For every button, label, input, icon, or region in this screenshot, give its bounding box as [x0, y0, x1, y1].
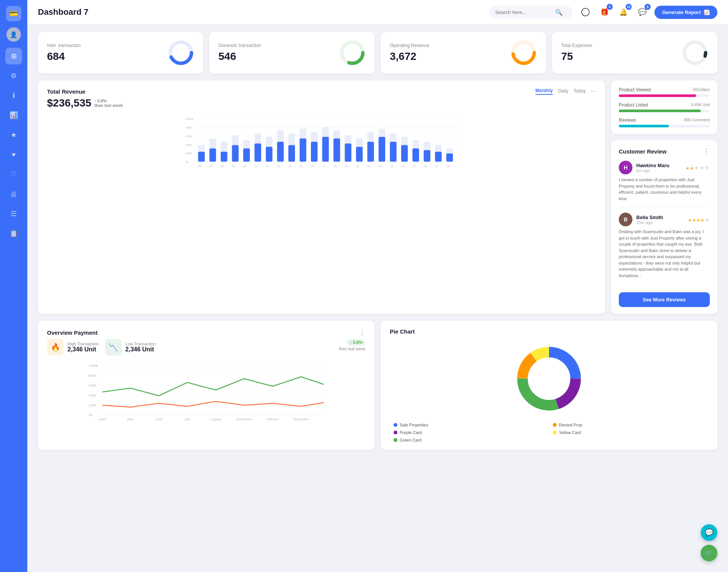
tab-daily[interactable]: Daily: [558, 88, 568, 94]
product-viewed-value: 561/days: [693, 87, 710, 92]
svg-text:19: 19: [345, 165, 348, 168]
bottom-row: Overview Payment ⋮ 🔥 High Transaction 2,…: [38, 321, 717, 450]
sidebar-item-favorite[interactable]: ♥: [5, 146, 22, 163]
content: Inter. transaction 684 Domestic transact…: [27, 24, 728, 458]
cart-float-button[interactable]: 🛒: [701, 545, 717, 561]
review-text-1: Dealing with Syamsudin and Bakri was a j…: [619, 229, 710, 279]
review-user-1: B Bella Smith 20m ago ★★★★★: [619, 213, 710, 226]
svg-rect-45: [334, 138, 340, 161]
legend-label-sale: Sale Properties: [400, 423, 428, 427]
page-title: Dashboard 7: [38, 7, 483, 17]
reviews-bar: [619, 125, 710, 127]
svg-rect-43: [322, 137, 329, 162]
review-item-1: B Bella Smith 20m ago ★★★★★ Dealing with…: [619, 213, 710, 284]
sidebar-item-star[interactable]: ★: [5, 127, 22, 143]
revenue-value: $236,535: [47, 97, 91, 109]
legend-purple-card: Purple Card: [394, 430, 545, 435]
svg-rect-55: [390, 142, 397, 162]
bell-icon-btn[interactable]: 🔔 12: [617, 5, 630, 19]
legend-label-purple: Purple Card: [400, 430, 422, 435]
sidebar-item-docs[interactable]: 📋: [5, 225, 22, 242]
theme-toggle[interactable]: [579, 5, 592, 19]
legend-label-yellow: Yellow Card: [559, 430, 581, 435]
see-more-reviews-button[interactable]: See More Reviews: [619, 292, 710, 307]
reviews-value: 456 Comment: [684, 118, 710, 123]
svg-text:14: 14: [289, 165, 292, 168]
tab-more[interactable]: ···: [591, 88, 596, 95]
product-viewed-row: Product Viewed 561/days: [619, 87, 710, 97]
trend-pct: 0,8%: [97, 99, 107, 103]
sidebar-item-print[interactable]: 🖨: [5, 186, 22, 202]
payment-title: Overview Payment: [47, 329, 97, 336]
tab-monthly[interactable]: Monthly: [535, 88, 553, 95]
gift-icon-btn[interactable]: 🎁 2: [598, 5, 611, 19]
svg-rect-49: [356, 147, 363, 161]
svg-text:26: 26: [424, 165, 427, 168]
sidebar-item-list[interactable]: ☰: [5, 205, 22, 222]
svg-text:November: November: [293, 417, 309, 421]
svg-rect-29: [243, 149, 250, 162]
domestic-transaction-value: 546: [218, 50, 261, 63]
payment-trend-arrow: ↑: [350, 340, 352, 345]
header-icons: 🎁 2 🔔 12 💬 5 Generate Report 📈: [579, 5, 717, 19]
inter-transaction-label: Inter. transaction: [47, 43, 81, 48]
svg-text:1000k: 1000k: [185, 117, 193, 121]
high-transaction: 🔥 High Transaction 2,346 Unit: [47, 339, 99, 356]
customer-review-title: Customer Review: [619, 148, 667, 155]
domestic-transaction-chart: [339, 39, 366, 66]
total-expenses-chart: [682, 39, 708, 66]
legend-green-card: Green Card: [394, 438, 545, 442]
svg-rect-37: [289, 145, 295, 162]
payment-trend-pct: 0,8%: [353, 340, 362, 345]
svg-text:21: 21: [367, 165, 371, 168]
sidebar-item-analytics[interactable]: 📊: [5, 107, 22, 124]
svg-text:24: 24: [401, 165, 405, 168]
pie-svg: [511, 341, 587, 417]
legend-rented-prop: Rented Prop: [553, 423, 704, 427]
payment-card-header: Overview Payment ⋮: [47, 328, 366, 337]
svg-rect-63: [435, 152, 442, 161]
svg-rect-35: [277, 142, 284, 162]
svg-rect-27: [232, 145, 239, 162]
product-listed-row: Product Listed 3,456 Unit: [619, 102, 710, 112]
high-transaction-icon: 🔥: [47, 339, 64, 356]
svg-text:08: 08: [221, 165, 224, 168]
sidebar-item-info[interactable]: ℹ: [5, 87, 22, 104]
review-header: Customer Review ⋮: [619, 147, 710, 155]
product-viewed-label: Product Viewed: [619, 87, 651, 92]
svg-rect-39: [300, 138, 306, 161]
svg-rect-33: [266, 147, 273, 161]
search-box[interactable]: 🔍: [489, 6, 573, 19]
legend-yellow-card: Yellow Card: [553, 430, 704, 435]
overview-payment-card: Overview Payment ⋮ 🔥 High Transaction 2,…: [38, 321, 375, 450]
svg-rect-31: [254, 143, 261, 161]
pie-chart-card: Pie Chart: [381, 321, 717, 450]
sidebar-item-heart[interactable]: ♡: [5, 166, 22, 183]
tab-today[interactable]: Today: [574, 88, 586, 94]
chat-icon-btn[interactable]: 💬 5: [635, 5, 649, 19]
operating-revenue-chart: [510, 39, 537, 66]
sidebar-logo[interactable]: 💳: [6, 6, 21, 21]
review-user-0: H Hawkins Maru 5m ago ★★★★★: [619, 161, 710, 174]
stat-card-domestic-transaction: Domestic transaction 546: [209, 32, 375, 74]
svg-text:27: 27: [435, 165, 438, 168]
search-input[interactable]: [495, 9, 552, 15]
revenue-card-header: Total Revenue Monthly Daily Today ···: [47, 88, 596, 95]
review-text-0: I viewed a number of properties with Jus…: [619, 177, 710, 202]
payment-line-chart: 1000k 800k 600k 400k 200k 0k: [47, 362, 366, 422]
svg-rect-51: [367, 142, 374, 162]
review-more-icon[interactable]: ⋮: [703, 147, 710, 155]
sidebar-item-settings[interactable]: ⚙: [5, 67, 22, 84]
legend-sale-properties: Sale Properties: [394, 423, 545, 427]
sidebar-item-dashboard[interactable]: ⊞: [5, 48, 22, 64]
high-transaction-value: 2,346 Unit: [67, 346, 99, 353]
payment-more-icon[interactable]: ⋮: [359, 328, 366, 337]
bar-chart-svg: 1000k 800k 600k 400k 200k 0k: [47, 115, 596, 168]
customer-review-panel: Customer Review ⋮ H Hawkins Maru 5m ago …: [611, 140, 717, 314]
support-float-button[interactable]: 💬: [701, 524, 717, 541]
svg-text:13: 13: [277, 165, 281, 168]
svg-text:09: 09: [232, 165, 235, 168]
generate-report-button[interactable]: Generate Report 📈: [654, 6, 717, 19]
legend-dot-yellow: [553, 431, 557, 434]
reviews-row: Reviews 456 Comment: [619, 118, 710, 127]
